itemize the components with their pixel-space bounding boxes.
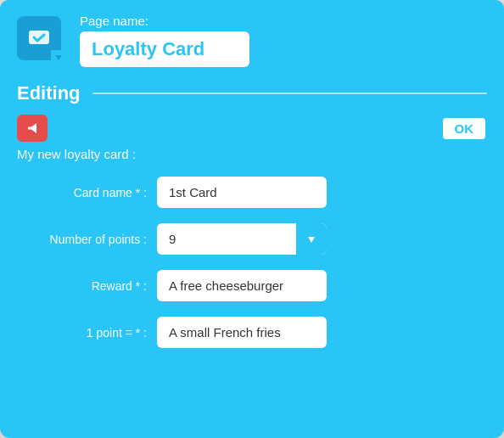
- page-name-label: Page name:: [80, 14, 249, 28]
- one-point-label: 1 point = * :: [24, 326, 147, 340]
- editing-label: Editing: [17, 82, 81, 104]
- editing-row: Editing: [17, 82, 487, 104]
- form-section: Card name * : Number of points : 9 1 2 3…: [17, 177, 487, 348]
- page-name-section: Page name:: [80, 14, 249, 67]
- checkmark-icon: [27, 26, 51, 50]
- chevron-down-icon: [53, 52, 64, 64]
- form-row-one-point: 1 point = * :: [24, 317, 480, 348]
- points-label: Number of points :: [24, 233, 147, 246]
- back-button[interactable]: [17, 115, 48, 142]
- points-select[interactable]: 9 1 2 3 4 5 6 7 8 10: [157, 223, 327, 255]
- svg-marker-1: [55, 55, 62, 60]
- one-point-input[interactable]: [157, 317, 327, 348]
- reward-label: Reward * :: [24, 279, 147, 293]
- actions-row: OK: [17, 115, 487, 142]
- form-row-reward: Reward * :: [24, 270, 480, 301]
- svg-rect-3: [28, 127, 35, 130]
- header-row: Page name:: [17, 14, 487, 67]
- form-row-card-name: Card name * :: [24, 177, 480, 208]
- card-name-input[interactable]: [157, 177, 327, 208]
- ok-button[interactable]: OK: [441, 116, 488, 141]
- svg-rect-0: [29, 31, 49, 44]
- arrow-left-icon: [25, 121, 40, 136]
- page-name-input[interactable]: [80, 31, 249, 67]
- form-row-points: Number of points : 9 1 2 3 4 5 6 7 8 10: [24, 223, 480, 255]
- main-card: Page name: Editing OK My new loyalty car…: [0, 0, 504, 438]
- points-select-wrap: 9 1 2 3 4 5 6 7 8 10: [157, 223, 327, 255]
- card-name-label: Card name * :: [24, 186, 147, 199]
- form-subtitle: My new loyalty card :: [17, 147, 487, 161]
- icon-dropdown-button[interactable]: [51, 50, 66, 65]
- reward-input[interactable]: [157, 270, 327, 301]
- editing-divider: [92, 93, 487, 94]
- app-icon-wrap: [17, 16, 66, 65]
